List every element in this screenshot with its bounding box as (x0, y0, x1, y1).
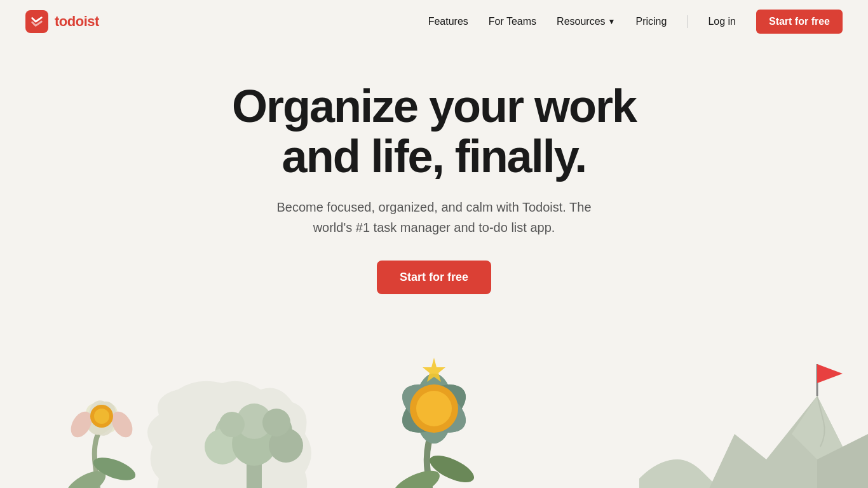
mountain-right-illustration (639, 332, 868, 488)
logo-text: todoist (55, 13, 99, 30)
hero-cta-button[interactable]: Start for free (377, 261, 491, 294)
nav-pricing[interactable]: Pricing (635, 16, 667, 27)
flower-left-illustration (51, 364, 153, 488)
hero-title-line1: Organize your work (232, 81, 636, 132)
svg-point-29 (416, 391, 452, 426)
hero-title: Organize your work and life, finally. (212, 81, 656, 182)
hero-subtitle: Become focused, organized, and calm with… (269, 197, 599, 238)
mushroom-mid-illustration (197, 351, 311, 488)
hero-title-line2: and life, finally. (282, 131, 587, 182)
logo-icon (25, 10, 48, 33)
nav-resources-dropdown[interactable]: Resources ▼ (557, 16, 615, 27)
nav-features[interactable]: Features (428, 16, 468, 27)
nav-resources-label: Resources (557, 16, 605, 27)
nav-divider (687, 15, 688, 28)
flower-center-illustration (370, 345, 498, 488)
logo-link[interactable]: todoist (25, 10, 99, 33)
nav-for-teams[interactable]: For Teams (489, 16, 536, 27)
illustration-area (0, 332, 868, 488)
svg-point-19 (262, 409, 290, 437)
nav-login[interactable]: Log in (708, 16, 736, 27)
svg-point-10 (94, 409, 109, 424)
chevron-down-icon: ▼ (608, 17, 616, 26)
illustration-container (0, 332, 868, 488)
header-cta-button[interactable]: Start for free (756, 10, 843, 34)
hero-section: Organize your work and life, finally. Be… (0, 43, 868, 332)
main-nav: Features For Teams Resources ▼ Pricing L… (428, 10, 843, 34)
header: todoist Features For Teams Resources ▼ P… (0, 0, 868, 43)
svg-point-18 (219, 412, 245, 437)
